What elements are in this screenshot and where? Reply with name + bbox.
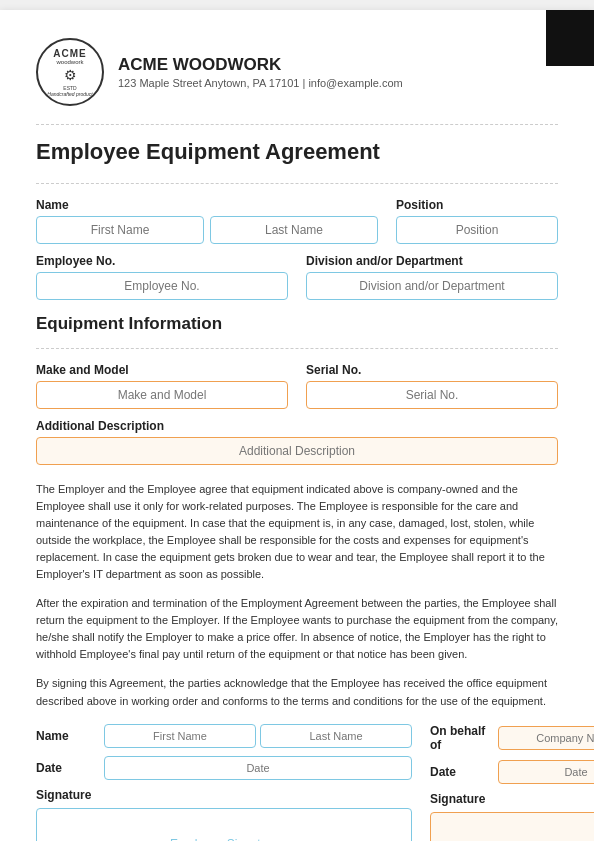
employer-signature-box[interactable]: Employer Signature <box>430 812 594 841</box>
employee-no-input[interactable] <box>36 272 288 300</box>
title-divider <box>36 183 558 184</box>
make-model-label: Make and Model <box>36 363 288 377</box>
employee-name-row: Name <box>36 724 412 748</box>
employee-name-sig-label: Name <box>36 729 96 743</box>
additional-desc-group: Additional Description <box>36 419 558 465</box>
last-name-input[interactable] <box>210 216 378 244</box>
employee-sig-first-name[interactable] <box>104 724 256 748</box>
document-title: Employee Equipment Agreement <box>36 139 558 165</box>
division-label: Division and/or Department <box>306 254 558 268</box>
signature-section: Name Date Signature Employee Signature <box>36 724 558 841</box>
employee-date-label: Date <box>36 761 96 775</box>
make-serial-row: Make and Model Serial No. <box>36 363 558 409</box>
make-model-input[interactable] <box>36 381 288 409</box>
name-inputs-row <box>36 216 378 244</box>
employee-date-input[interactable] <box>104 756 412 780</box>
employee-signature-label-row: Signature <box>36 788 412 802</box>
name-position-row: Name Position <box>36 198 558 244</box>
logo-icon: ⚙ <box>64 67 77 83</box>
logo-woodwork-text: woodwork <box>56 59 83 65</box>
position-input[interactable] <box>396 216 558 244</box>
employee-signature-box[interactable]: Employee Signature <box>36 808 412 841</box>
logo-subtitle-text: Handcrafted product <box>47 91 92 97</box>
header: ACME woodwork ⚙ ESTD Handcrafted product… <box>36 38 558 106</box>
first-name-input[interactable] <box>36 216 204 244</box>
employer-sig-label: Signature <box>430 792 490 806</box>
serial-no-group: Serial No. <box>306 363 558 409</box>
header-divider <box>36 124 558 125</box>
additional-desc-input[interactable] <box>36 437 558 465</box>
position-label: Position <box>396 198 558 212</box>
serial-no-input[interactable] <box>306 381 558 409</box>
employer-date-row: Date <box>430 760 594 784</box>
serial-no-label: Serial No. <box>306 363 558 377</box>
logo-acme-text: ACME <box>53 48 86 59</box>
position-group: Position <box>396 198 558 244</box>
division-input[interactable] <box>306 272 558 300</box>
make-model-group: Make and Model <box>36 363 288 409</box>
page: ACME woodwork ⚙ ESTD Handcrafted product… <box>0 10 594 841</box>
division-group: Division and/or Department <box>306 254 558 300</box>
company-name: ACME WOODWORK <box>118 55 403 75</box>
employee-no-label: Employee No. <box>36 254 288 268</box>
header-text-block: ACME WOODWORK 123 Maple Street Anytown, … <box>118 55 403 89</box>
employee-sig-col: Name Date Signature Employee Signature <box>36 724 412 841</box>
body-paragraph-3: By signing this Agreement, the parties a… <box>36 675 558 709</box>
equipment-divider <box>36 348 558 349</box>
employee-no-group: Employee No. <box>36 254 288 300</box>
employer-signature-label-row: Signature <box>430 792 594 806</box>
employer-date-label: Date <box>430 765 490 779</box>
employer-behalf-label: On behalf of <box>430 724 490 752</box>
employee-signature-placeholder: Employee Signature <box>170 837 278 841</box>
header-accent-box <box>546 10 594 66</box>
employee-date-row: Date <box>36 756 412 780</box>
name-label: Name <box>36 198 378 212</box>
body-paragraph-1: The Employer and the Employee agree that… <box>36 481 558 583</box>
name-group: Name <box>36 198 378 244</box>
company-name-input[interactable] <box>498 726 594 750</box>
employer-behalf-row: On behalf of <box>430 724 594 752</box>
body-paragraph-2: After the expiration and termination of … <box>36 595 558 663</box>
additional-desc-label: Additional Description <box>36 419 558 433</box>
employer-sig-col: On behalf of Date Signature Employer Sig… <box>430 724 594 841</box>
company-address: 123 Maple Street Anytown, PA 17101 | inf… <box>118 77 403 89</box>
empno-division-row: Employee No. Division and/or Department <box>36 254 558 300</box>
employee-sig-last-name[interactable] <box>260 724 412 748</box>
employee-sig-label: Signature <box>36 788 96 802</box>
employee-sig-names <box>104 724 412 748</box>
company-logo: ACME woodwork ⚙ ESTD Handcrafted product <box>36 38 104 106</box>
equipment-section-title: Equipment Information <box>36 314 558 334</box>
employer-date-input[interactable] <box>498 760 594 784</box>
